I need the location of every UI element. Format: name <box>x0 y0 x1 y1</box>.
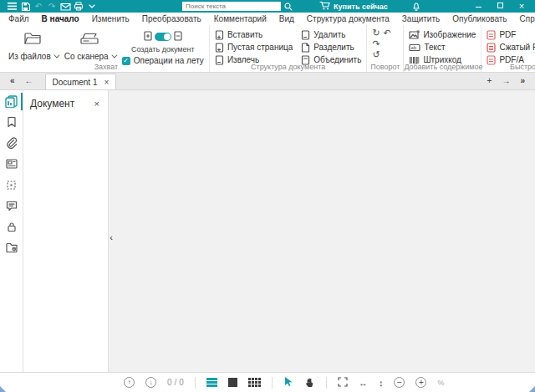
document-panel: Документ × ‹ <box>23 90 109 372</box>
document-canvas[interactable] <box>109 90 535 372</box>
divider <box>326 377 327 389</box>
menu-document-structure[interactable]: Структура документа <box>307 14 390 23</box>
insert-page-button[interactable]: Вставить <box>215 29 293 40</box>
rotate-left-icon[interactable]: ↶ <box>384 28 391 38</box>
menu-publish[interactable]: Опубликовать <box>452 14 507 23</box>
scroll-tabs-last-icon[interactable]: » <box>515 73 530 89</box>
chevron-down-icon[interactable] <box>85 0 99 13</box>
comments-panel-icon[interactable] <box>5 199 18 212</box>
create-document-controls: Создать документ ✓ Операции на лету <box>122 28 204 65</box>
panel-collapse-icon[interactable]: ‹ <box>107 228 115 247</box>
grid-view-icon[interactable] <box>248 378 261 387</box>
resize-grip-bottom-left[interactable] <box>0 386 6 392</box>
document-tab[interactable]: Document 1 × <box>45 74 117 89</box>
rotate-180-icon[interactable]: ↷ <box>372 38 380 49</box>
new-tab-icon[interactable]: + <box>482 73 497 89</box>
security-panel-icon[interactable] <box>5 220 18 233</box>
scroll-tabs-right-icon[interactable]: → <box>497 73 515 89</box>
tab-strip: « ← Document 1 × + → » <box>0 73 535 90</box>
close-icon[interactable]: × <box>517 0 527 13</box>
form-fields-panel-icon[interactable] <box>5 157 18 171</box>
folder-icon <box>23 31 42 52</box>
redo-icon[interactable]: ↷ <box>45 0 59 13</box>
delete-page-label: Удалить <box>313 30 345 39</box>
create-document-label: Создать документ <box>131 45 195 53</box>
buy-now-button[interactable]: Купить сейчас <box>319 1 388 12</box>
add-image-button[interactable]: Изображение <box>409 29 476 40</box>
text-abc-icon: ab <box>409 43 420 52</box>
from-files-button[interactable]: Из файлов <box>8 28 58 61</box>
add-text-button[interactable]: ab Текст <box>409 42 476 53</box>
page-minus-icon <box>301 30 310 40</box>
page-thumbnails-panel-icon[interactable] <box>5 94 18 108</box>
group-label-add-content: Добавить содержимое <box>404 63 481 71</box>
split-document-button[interactable]: Разделить <box>301 42 361 53</box>
search-icon[interactable] <box>281 0 296 13</box>
zoom-out-icon[interactable]: − <box>394 377 405 388</box>
bookmarks-panel-icon[interactable] <box>5 115 18 129</box>
menu-help[interactable]: Справка <box>520 14 535 23</box>
tab-close-icon[interactable]: × <box>104 78 109 87</box>
menu-file[interactable]: Файл <box>8 14 29 23</box>
search-input[interactable] <box>182 2 281 11</box>
current-page-input[interactable]: 0 <box>167 378 172 387</box>
page-icon <box>174 29 182 44</box>
stamps-panel-icon[interactable] <box>5 178 18 191</box>
single-page-view-icon[interactable] <box>228 378 237 387</box>
bell-icon[interactable] <box>410 0 423 13</box>
menu-home[interactable]: В начало <box>42 14 79 23</box>
fit-width-icon[interactable]: ↔ <box>359 378 368 388</box>
ribbon-group-structure: Вставить Пустая страница Извлечь Удалить <box>210 25 368 72</box>
zoom-in-icon[interactable]: + <box>415 377 426 388</box>
convert-compressed-pdf-button[interactable]: Сжатый PDF <box>487 42 535 53</box>
panel-close-icon[interactable]: × <box>94 99 99 109</box>
previous-page-icon[interactable]: ↑ <box>124 377 135 388</box>
page-split-icon <box>301 43 310 53</box>
fit-height-icon[interactable]: ↕ <box>379 378 384 388</box>
menu-comment[interactable]: Комментарий <box>214 14 267 23</box>
delete-page-button[interactable]: Удалить <box>301 29 361 40</box>
page-plus-icon <box>144 29 152 44</box>
undo-icon[interactable]: ↶ <box>32 0 45 13</box>
from-scanner-button[interactable]: Со сканера <box>64 28 115 61</box>
create-document-toggle[interactable] <box>155 33 171 41</box>
total-pages: 0 <box>179 378 184 387</box>
fullscreen-icon[interactable] <box>338 377 348 389</box>
menu-edit[interactable]: Изменить <box>92 14 130 23</box>
page-plus-icon <box>215 30 224 40</box>
rotate-right-icon[interactable]: ↻ <box>372 28 380 38</box>
email-icon[interactable] <box>59 0 72 13</box>
menu-icon[interactable] <box>5 0 18 13</box>
resize-grip-bottom-right[interactable] <box>529 386 535 392</box>
add-text-label: Текст <box>424 43 445 52</box>
status-bar: ↑ ↓ 0 / 0 ↔ ↕ − + % <box>0 372 535 392</box>
menu-protect[interactable]: Защитить <box>402 14 440 23</box>
panel-title: Документ <box>30 98 74 109</box>
convert-compressed-pdf-label: Сжатый PDF <box>499 43 535 52</box>
title-bar: ↶ ↷ Купить сейчас × <box>0 0 535 13</box>
print-icon[interactable] <box>72 0 85 13</box>
select-tool-icon[interactable] <box>283 376 293 389</box>
window-controls: × <box>473 0 530 13</box>
convert-pdf-label: PDF <box>499 30 516 39</box>
save-icon[interactable] <box>18 0 32 13</box>
group-label-convert: Быстрое преобразование <box>482 63 535 71</box>
next-page-icon[interactable]: ↓ <box>145 377 156 388</box>
main-area: Документ × ‹ <box>0 90 535 372</box>
attachments-panel-icon[interactable] <box>5 136 18 150</box>
menu-convert[interactable]: Преобразовать <box>142 14 201 23</box>
maximize-icon[interactable] <box>495 0 505 13</box>
minimize-icon[interactable] <box>473 0 483 13</box>
scroll-tabs-left-icon[interactable]: ← <box>20 73 38 89</box>
menu-view[interactable]: Вид <box>279 14 294 23</box>
insert-page-label: Вставить <box>227 30 262 39</box>
continuous-view-icon[interactable] <box>206 378 217 387</box>
convert-pdf-button[interactable]: PDF <box>487 29 535 40</box>
blank-page-button[interactable]: Пустая страница <box>215 42 293 53</box>
rotate-page-icon[interactable]: ↺ <box>372 49 380 60</box>
document-info-panel-icon[interactable] <box>5 241 18 254</box>
scroll-tabs-first-icon[interactable]: « <box>5 73 20 89</box>
active-panel-accent <box>21 93 23 110</box>
page-indicator: 0 / 0 <box>167 378 184 387</box>
hand-tool-icon[interactable] <box>304 376 315 389</box>
